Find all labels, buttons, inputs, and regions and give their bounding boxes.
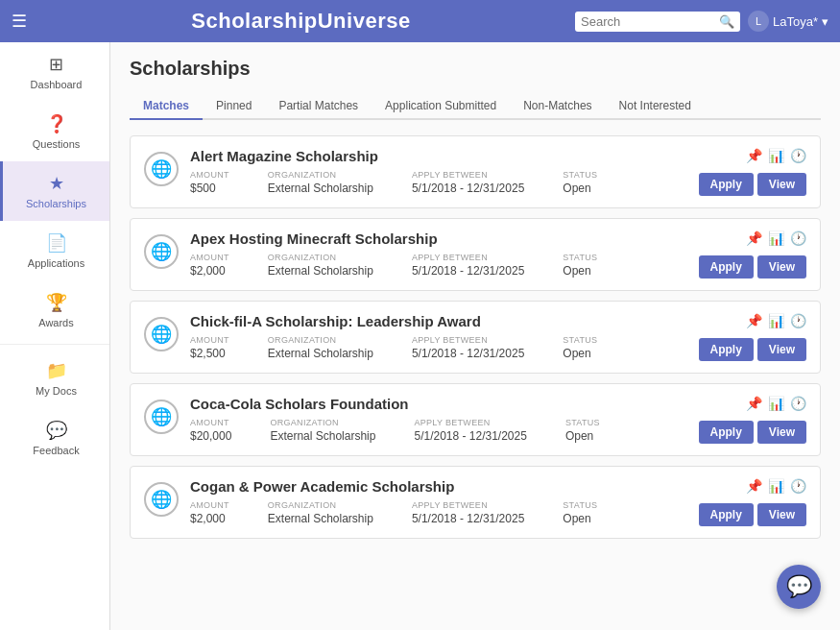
card-actions: 📌 📊 🕐 Apply View (699, 478, 806, 526)
amount-value: $20,000 (190, 429, 231, 443)
status-value: Open (565, 429, 600, 443)
applications-icon: 📄 (46, 232, 67, 254)
apply-button[interactable]: Apply (699, 338, 754, 361)
sidebar-item-my-docs[interactable]: 📁 My Docs (0, 349, 109, 408)
main-layout: ⊞ Dashboard ❓ Questions ★ Scholarships 📄… (0, 42, 840, 630)
status-group: STATUS Open (563, 170, 597, 195)
sidebar-item-scholarships[interactable]: ★ Scholarships (0, 161, 109, 221)
card-buttons: Apply View (699, 503, 806, 526)
scholarship-card-apex-hosting: 🌐 Apex Hosting Minecraft Scholarship AMO… (130, 218, 821, 291)
amount-value: $2,500 (190, 347, 229, 360)
card-body: Chick-fil-A Scholarship: Leadership Awar… (190, 313, 687, 360)
chart-icon[interactable]: 📊 (768, 396, 784, 411)
clock-icon[interactable]: 🕐 (790, 313, 806, 328)
globe-icon: 🌐 (144, 400, 179, 434)
card-meta: AMOUNT $2,000 ORGANIZATION External Scho… (190, 500, 687, 525)
scholarship-title: Chick-fil-A Scholarship: Leadership Awar… (190, 313, 687, 329)
globe-icon: 🌐 (144, 234, 179, 269)
card-body: Coca-Cola Scholars Foundation AMOUNT $20… (190, 396, 687, 443)
org-label: ORGANIZATION (268, 253, 373, 262)
status-group: STATUS Open (565, 418, 600, 443)
card-actions: 📌 📊 🕐 Apply View (699, 230, 806, 279)
chart-icon[interactable]: 📊 (768, 230, 784, 246)
view-button[interactable]: View (757, 503, 806, 526)
org-group: ORGANIZATION External Scholarship (268, 253, 373, 278)
clock-icon[interactable]: 🕐 (790, 478, 806, 494)
dashboard-icon: ⊞ (49, 54, 63, 75)
apply-button[interactable]: Apply (699, 255, 754, 279)
chart-icon[interactable]: 📊 (768, 478, 784, 494)
sidebar-item-feedback[interactable]: 💬 Feedback (0, 408, 109, 468)
pin-icon[interactable]: 📌 (746, 396, 762, 411)
org-value: External Scholarship (268, 264, 373, 278)
amount-label: AMOUNT (190, 418, 231, 427)
sidebar-item-label: Questions (33, 138, 81, 150)
sidebar-item-label: Awards (38, 317, 73, 328)
pin-icon[interactable]: 📌 (746, 230, 762, 246)
status-group: STATUS Open (563, 335, 597, 360)
dates-group: APPLY BETWEEN 5/1/2018 - 12/31/2025 (412, 500, 524, 525)
search-input[interactable] (581, 14, 715, 29)
org-value: External Scholarship (268, 347, 373, 360)
tab-not-interested[interactable]: Not Interested (606, 93, 705, 120)
amount-group: AMOUNT $20,000 (190, 418, 231, 443)
pin-icon[interactable]: 📌 (746, 313, 762, 328)
chat-fab[interactable]: 💬 (777, 565, 821, 609)
sidebar-item-dashboard[interactable]: ⊞ Dashboard (0, 42, 109, 102)
view-button[interactable]: View (757, 338, 806, 361)
status-label: STATUS (563, 170, 597, 180)
dates-value: 5/1/2018 - 12/31/2025 (412, 347, 524, 360)
tab-matches[interactable]: Matches (130, 93, 203, 120)
card-buttons: Apply View (699, 338, 806, 361)
scholarship-title: Coca-Cola Scholars Foundation (190, 396, 687, 412)
dates-value: 5/1/2018 - 12/31/2025 (412, 182, 524, 195)
apply-button[interactable]: Apply (699, 173, 754, 196)
clock-icon[interactable]: 🕐 (790, 148, 806, 163)
sidebar: ⊞ Dashboard ❓ Questions ★ Scholarships 📄… (0, 42, 110, 630)
page-title: Scholarships (130, 58, 821, 80)
org-group: ORGANIZATION External Scholarship (270, 418, 375, 443)
dates-label: APPLY BETWEEN (412, 335, 524, 345)
scholarship-card-coca-cola: 🌐 Coca-Cola Scholars Foundation AMOUNT $… (130, 383, 821, 456)
sidebar-item-applications[interactable]: 📄 Applications (0, 221, 109, 280)
apply-button[interactable]: Apply (699, 421, 754, 444)
search-bar: 🔍 (575, 12, 740, 32)
amount-group: AMOUNT $2,500 (190, 335, 229, 360)
search-icon[interactable]: 🔍 (719, 14, 734, 29)
status-label: STATUS (565, 418, 600, 427)
clock-icon[interactable]: 🕐 (790, 230, 806, 246)
card-body: Cogan & Power Academic Scholarship AMOUN… (190, 478, 687, 525)
org-label: ORGANIZATION (270, 418, 375, 427)
card-actions: 📌 📊 🕐 Apply View (699, 396, 806, 444)
view-button[interactable]: View (757, 173, 806, 196)
card-meta: AMOUNT $2,500 ORGANIZATION External Scho… (190, 335, 687, 360)
tab-partial-matches[interactable]: Partial Matches (265, 93, 372, 120)
tab-pinned[interactable]: Pinned (203, 93, 265, 120)
chart-icon[interactable]: 📊 (768, 313, 784, 328)
clock-icon[interactable]: 🕐 (790, 396, 806, 411)
amount-value: $500 (190, 182, 229, 195)
pin-icon[interactable]: 📌 (746, 478, 762, 494)
tab-non-matches[interactable]: Non-Matches (510, 93, 605, 120)
chart-icon[interactable]: 📊 (768, 148, 784, 163)
pin-icon[interactable]: 📌 (746, 148, 762, 163)
sidebar-item-awards[interactable]: 🏆 Awards (0, 280, 109, 340)
scholarship-card-chick-fil-a: 🌐 Chick-fil-A Scholarship: Leadership Aw… (130, 301, 821, 374)
sidebar-item-questions[interactable]: ❓ Questions (0, 102, 109, 161)
tab-application-submitted[interactable]: Application Submitted (372, 93, 510, 120)
dates-value: 5/1/2018 - 12/31/2025 (412, 264, 524, 278)
user-menu[interactable]: L LaToya* ▾ (748, 11, 828, 32)
org-group: ORGANIZATION External Scholarship (268, 170, 373, 195)
view-button[interactable]: View (757, 255, 806, 279)
amount-label: AMOUNT (190, 253, 229, 262)
chevron-down-icon: ▾ (822, 14, 828, 29)
dates-group: APPLY BETWEEN 5/1/2018 - 12/31/2025 (412, 335, 524, 360)
apply-button[interactable]: Apply (699, 503, 754, 526)
app-title: ScholarshipUniverse (191, 9, 410, 34)
sidebar-item-label: My Docs (36, 385, 77, 397)
view-button[interactable]: View (757, 421, 806, 444)
menu-icon[interactable]: ☰ (12, 11, 27, 32)
scholarship-tabs: Matches Pinned Partial Matches Applicati… (130, 93, 821, 120)
scholarship-card-cogan-power: 🌐 Cogan & Power Academic Scholarship AMO… (130, 466, 821, 539)
amount-value: $2,000 (190, 512, 229, 525)
